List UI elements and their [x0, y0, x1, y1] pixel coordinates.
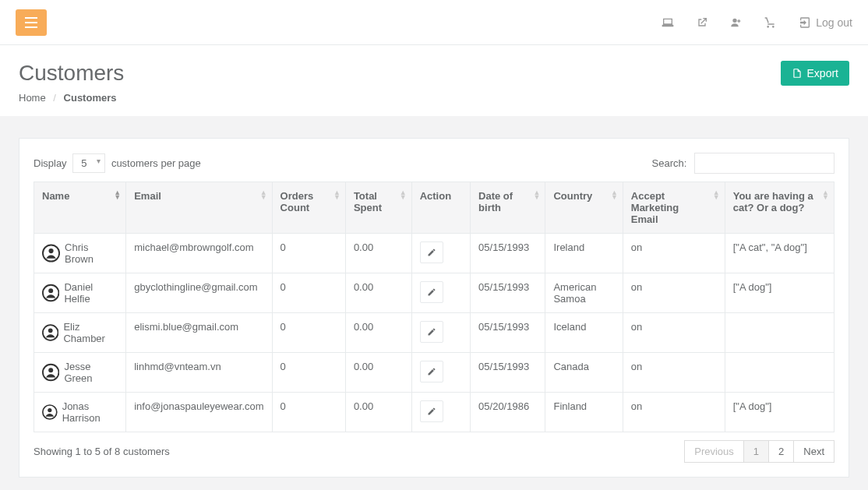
cell-country: Iceland: [545, 313, 623, 353]
sort-icon: ▲▼: [114, 190, 121, 199]
col-dob[interactable]: Date of birth▲▼: [471, 182, 545, 234]
customers-table: Name▲▼ Email▲▼ Orders Count▲▼ Total Spen…: [34, 182, 834, 432]
svg-rect-2: [25, 26, 37, 28]
export-button[interactable]: Export: [781, 61, 849, 86]
edit-icon: [427, 287, 436, 297]
sort-icon: ▲▼: [713, 190, 720, 199]
sort-icon: ▲▼: [400, 190, 407, 199]
search-control: Search:: [652, 153, 834, 174]
cell-spent: 0.00: [345, 313, 411, 353]
logout-icon: [799, 16, 811, 29]
cell-marketing: on: [623, 313, 725, 353]
page-2-button[interactable]: 2: [768, 440, 794, 463]
user-avatar-icon: [42, 323, 58, 342]
cell-spent: 0.00: [345, 393, 411, 432]
user-avatar-icon: [42, 363, 59, 382]
cell-orders: 0: [272, 353, 345, 393]
col-email[interactable]: Email▲▼: [126, 182, 272, 234]
user-avatar-icon: [42, 244, 60, 263]
breadcrumb-home[interactable]: Home: [19, 92, 46, 104]
svg-point-6: [48, 288, 53, 293]
cell-dob: 05/20/1986: [471, 393, 545, 432]
breadcrumb: Home / Customers: [19, 92, 124, 104]
cell-pet: ["A dog"]: [725, 393, 834, 432]
cell-pet: [725, 353, 834, 393]
pagination: Previous 1 2 Next: [685, 440, 834, 463]
col-name[interactable]: Name▲▼: [34, 182, 126, 234]
next-page-button[interactable]: Next: [793, 440, 834, 463]
sort-icon: ▲▼: [822, 190, 829, 199]
cell-dob: 05/15/1993: [471, 234, 545, 273]
edit-icon: [427, 367, 436, 376]
search-input[interactable]: [694, 153, 834, 174]
col-pet[interactable]: You are having a cat? Or a dog?▲▼: [725, 182, 834, 234]
edit-icon: [427, 407, 436, 416]
col-marketing[interactable]: Accept Marketing Email▲▼: [623, 182, 725, 234]
cell-pet: ["A dog"]: [725, 273, 834, 313]
edit-row-button[interactable]: [420, 321, 443, 343]
display-length-control: Display 5 customers per page: [34, 153, 201, 173]
svg-point-8: [48, 328, 53, 333]
cell-country: Ireland: [545, 234, 623, 273]
cell-country: Finland: [545, 393, 623, 432]
menu-toggle-button[interactable]: [16, 9, 47, 36]
edit-icon: [427, 248, 436, 257]
user-avatar-icon: [42, 403, 58, 421]
edit-row-button[interactable]: [420, 281, 443, 303]
svg-point-10: [48, 368, 53, 372]
edit-row-button[interactable]: [420, 361, 443, 382]
cell-orders: 0: [272, 273, 345, 313]
cell-name: Daniel Helfie: [64, 281, 118, 305]
edit-icon: [427, 327, 436, 337]
svg-point-4: [48, 249, 53, 253]
edit-row-button[interactable]: [420, 400, 443, 422]
edit-row-button[interactable]: [420, 241, 443, 263]
laptop-icon[interactable]: [662, 16, 674, 29]
table-row: Eliz Chamberelismi.blue@gmail.com00.0005…: [34, 313, 834, 353]
table-row: Chris Brownmichael@mbrowngolf.com00.0005…: [34, 234, 834, 273]
cell-email: info@jonaspauleyewear.com: [126, 393, 272, 432]
page-1-button[interactable]: 1: [743, 440, 769, 463]
cell-email: michael@mbrowngolf.com: [126, 234, 272, 273]
logout-link[interactable]: Log out: [799, 16, 852, 29]
col-action: Action: [411, 182, 470, 234]
cell-spent: 0.00: [345, 273, 411, 313]
user-avatar-icon: [42, 284, 59, 302]
col-country[interactable]: Country▲▼: [545, 182, 623, 234]
export-label: Export: [807, 67, 838, 79]
add-user-icon[interactable]: [730, 16, 743, 29]
cell-orders: 0: [272, 393, 345, 432]
cell-marketing: on: [623, 273, 725, 313]
cell-email: linhmd@vnteam.vn: [126, 353, 272, 393]
cell-country: Canada: [545, 353, 623, 393]
cell-name: Jonas Harrison: [62, 400, 118, 424]
cell-email: elismi.blue@gmail.com: [126, 313, 272, 353]
sort-icon: ▲▼: [611, 190, 618, 199]
svg-point-12: [48, 408, 51, 412]
cell-orders: 0: [272, 313, 345, 353]
sort-icon: ▲▼: [260, 190, 267, 199]
col-orders[interactable]: Orders Count▲▼: [272, 182, 345, 234]
external-link-icon[interactable]: [696, 16, 708, 29]
sort-icon: ▲▼: [333, 190, 340, 199]
page-length-select[interactable]: 5: [72, 153, 105, 173]
col-spent[interactable]: Total Spent▲▼: [345, 182, 411, 234]
cell-marketing: on: [623, 393, 725, 432]
cell-orders: 0: [272, 234, 345, 273]
table-row: Daniel Helfiegbyclothingline@gmail.com00…: [34, 273, 834, 313]
cell-spent: 0.00: [345, 353, 411, 393]
cell-name: Eliz Chamber: [63, 321, 118, 344]
breadcrumb-current: Customers: [64, 92, 117, 104]
cell-marketing: on: [623, 234, 725, 273]
cell-dob: 05/15/1993: [471, 313, 545, 353]
logout-label: Log out: [816, 16, 852, 29]
svg-rect-0: [25, 17, 37, 19]
page-title: Customers: [19, 61, 124, 86]
prev-page-button[interactable]: Previous: [684, 440, 744, 463]
table-info: Showing 1 to 5 of 8 customers: [34, 446, 170, 457]
cell-marketing: on: [623, 353, 725, 393]
cell-country: American Samoa: [545, 273, 623, 313]
cell-dob: 05/15/1993: [471, 353, 545, 393]
file-export-icon: [792, 68, 803, 79]
cart-icon[interactable]: [764, 16, 777, 29]
